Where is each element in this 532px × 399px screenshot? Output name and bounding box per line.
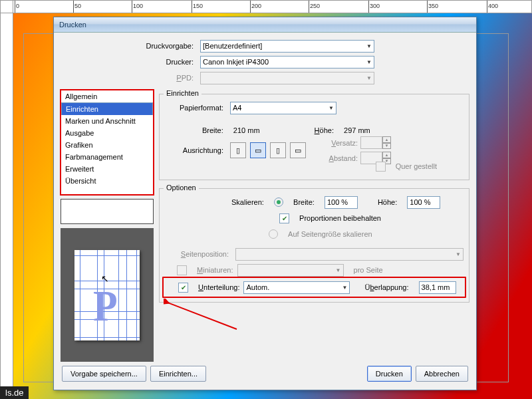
fit-page-label: Auf Seitengröße skalieren: [288, 230, 372, 238]
thumbs-select: ▼: [237, 264, 344, 277]
tile-label: Unterteilung:: [198, 283, 239, 291]
cancel-button[interactable]: Abbrechen: [416, 366, 468, 382]
printer-label: Drucker:: [61, 58, 196, 66]
thumbs-suffix: pro Seite: [354, 266, 383, 274]
group-setup: Einrichten Papierformat: A4▼ Breite: 210…: [159, 94, 469, 180]
pagepos-select: ▼: [235, 248, 464, 261]
gap-label: Abstand:: [323, 154, 358, 162]
sidebar-spare-box: [61, 199, 154, 224]
orient-landscape-icon[interactable]: ▭: [250, 142, 266, 158]
orient-rev-portrait-icon[interactable]: ▯: [270, 142, 286, 158]
pagepos-label: Seitenposition:: [165, 250, 231, 258]
paper-select[interactable]: A4▼: [230, 102, 336, 114]
offset-label: Versatz:: [323, 139, 358, 147]
tile-checkbox[interactable]: ✔: [178, 283, 188, 293]
orient-rev-landscape-icon[interactable]: ▭: [290, 142, 306, 158]
scale-width-input[interactable]: 100 %: [325, 196, 358, 209]
transverse-checkbox: [376, 162, 386, 172]
transverse-label: Quer gestellt: [396, 162, 437, 170]
sidebar-item-setup[interactable]: Einrichten: [61, 102, 153, 115]
scale-height-input[interactable]: 100 %: [407, 196, 440, 209]
printer-select[interactable]: Canon Inkjet iP4300▼: [200, 56, 374, 68]
overlap-label: Überlappung:: [364, 283, 408, 291]
preset-select[interactable]: [Benutzerdefiniert]▼: [200, 40, 374, 53]
save-preset-button[interactable]: Vorgabe speichern...: [62, 366, 146, 382]
preset-label: Druckvorgabe:: [61, 42, 196, 50]
orient-portrait-icon[interactable]: ▯: [230, 142, 246, 158]
page-setup-button[interactable]: Einrichten...: [150, 366, 206, 382]
sidebar-item-output[interactable]: Ausgabe: [61, 127, 153, 139]
setup-heading: Einrichten: [164, 89, 201, 97]
sidebar-item-summary[interactable]: Übersicht: [61, 175, 153, 187]
thumbs-label: Miniaturen:: [197, 266, 233, 274]
keep-prop-checkbox[interactable]: ✔: [279, 213, 289, 223]
fit-page-radio: [269, 229, 278, 239]
ruler-vertical: [0, 0, 13, 399]
width-value: 210 mm: [233, 126, 260, 134]
ppd-label: PPD:: [61, 74, 196, 82]
sidebar-item-marks[interactable]: Marken und Anschnitt: [61, 115, 153, 127]
orient-label: Ausrichtung:: [165, 146, 226, 154]
sidebar-item-color[interactable]: Farbmanagement: [61, 151, 153, 163]
width-label: Breite:: [202, 126, 223, 134]
sidebar-item-graphics[interactable]: Grafiken: [61, 139, 153, 151]
offset-input: [360, 136, 382, 149]
tile-select[interactable]: Autom.▼: [243, 281, 350, 294]
sidebar-item-advanced[interactable]: Erweitert: [61, 163, 153, 175]
options-heading: Optionen: [164, 184, 199, 192]
watermark: ls.de: [0, 386, 29, 399]
sidebar-item-general[interactable]: Allgemein: [61, 90, 153, 102]
print-dialog: Drucken Druckvorgabe: [Benutzerdefiniert…: [53, 17, 477, 390]
paper-label: Papierformat:: [165, 104, 226, 112]
ruler-horizontal: 0 50 100 150 200 250 300 350 400: [12, 0, 532, 13]
keep-prop-label: Proportionen beibehalten: [299, 214, 381, 222]
dialog-title: Drucken: [54, 17, 476, 33]
group-options: Optionen Skalieren: Breite: 100 % Höhe: …: [159, 188, 469, 303]
thumbs-checkbox: [177, 265, 187, 275]
scale-label: Skalieren:: [231, 198, 264, 206]
height-value: 297 mm: [344, 126, 370, 134]
print-preview: P ↖: [61, 228, 154, 362]
section-list[interactable]: Allgemein Einrichten Marken und Anschnit…: [61, 90, 154, 195]
overlap-input[interactable]: 38,1 mm: [419, 281, 456, 294]
print-button[interactable]: Drucken: [367, 366, 412, 382]
ppd-select: ▼: [200, 72, 374, 84]
scale-width-radio[interactable]: [274, 198, 283, 207]
height-label: Höhe:: [315, 126, 334, 134]
